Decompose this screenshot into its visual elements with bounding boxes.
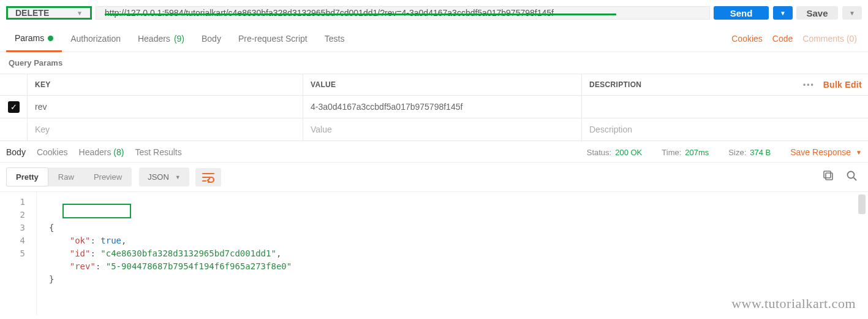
tab-params[interactable]: Params (6, 26, 62, 52)
save-response-button[interactable]: Save Response ▼ (790, 147, 862, 157)
cookies-link[interactable]: Cookies (726, 34, 768, 44)
time-meta: Time: 207ms (662, 148, 709, 157)
watermark: www.tutorialkart.com (731, 296, 856, 312)
send-dropdown-button[interactable]: ▼ (773, 6, 793, 20)
active-dot-icon (48, 36, 53, 41)
http-method-value: DELETE (15, 8, 49, 18)
tab-prerequest[interactable]: Pre-request Script (230, 26, 316, 51)
chevron-down-icon: ▼ (77, 10, 83, 17)
tab-body[interactable]: Body (193, 26, 230, 51)
highlight-box (62, 204, 131, 218)
view-pretty-button[interactable]: Pretty (6, 167, 48, 186)
view-raw-button[interactable]: Raw (48, 167, 84, 186)
svg-rect-3 (824, 171, 831, 178)
row-checkbox[interactable]: ✓ (8, 101, 20, 113)
comments-link[interactable]: Comments (0) (798, 34, 862, 44)
param-value-cell[interactable]: 4-3a0d4167a3ccbdf5a017b975798f145f (303, 96, 581, 118)
resp-tab-headers[interactable]: Headers (8) (79, 147, 124, 157)
language-select[interactable]: JSON ▼ (139, 167, 189, 186)
wrap-icon (202, 171, 215, 183)
more-icon[interactable]: ••• (803, 80, 815, 89)
scrollbar[interactable] (858, 194, 866, 214)
response-code-area: 1 2 3 4 5 { "ok": true, "id": "c4e8630bf… (0, 191, 868, 315)
param-key-cell[interactable]: rev (27, 96, 303, 118)
svg-point-4 (848, 172, 855, 179)
chevron-down-icon: ▼ (856, 149, 862, 156)
resp-tab-body[interactable]: Body (6, 147, 26, 157)
table-row-new: Key Value Description (0, 118, 868, 140)
param-key-placeholder[interactable]: Key (27, 118, 303, 140)
param-desc-placeholder[interactable]: Description (581, 118, 868, 140)
table-row: ✓ rev 4-3a0d4167a3ccbdf5a017b975798f145f (0, 96, 868, 118)
bulk-edit-link[interactable]: Bulk Edit (823, 80, 862, 90)
send-button[interactable]: Send (714, 6, 769, 20)
size-meta: Size: 374 B (728, 148, 771, 157)
resp-tab-test-results[interactable]: Test Results (135, 147, 181, 157)
param-value-placeholder[interactable]: Value (303, 118, 581, 140)
view-mode-segment: Pretty Raw Preview (6, 167, 132, 186)
save-dropdown-button[interactable]: ▼ (842, 6, 862, 20)
http-method-select[interactable]: DELETE ▼ (6, 6, 92, 20)
line-gutter: 1 2 3 4 5 (0, 192, 37, 315)
status-meta: Status: 200 OK (587, 148, 643, 157)
col-desc: DESCRIPTION ••• Bulk Edit (581, 74, 868, 95)
code-link[interactable]: Code (768, 34, 798, 44)
tab-headers[interactable]: Headers (9) (129, 26, 193, 51)
params-table: KEY VALUE DESCRIPTION ••• Bulk Edit ✓ re… (0, 74, 868, 141)
url-input[interactable] (105, 8, 701, 18)
wrap-lines-button[interactable] (195, 168, 221, 186)
svg-rect-2 (826, 173, 832, 180)
chevron-down-icon: ▼ (780, 10, 786, 17)
copy-icon[interactable] (818, 167, 839, 186)
tab-authorization[interactable]: Authorization (62, 26, 129, 51)
chevron-down-icon: ▼ (175, 174, 181, 180)
col-value: VALUE (303, 74, 581, 95)
search-icon[interactable] (841, 167, 862, 186)
svg-line-5 (854, 178, 857, 181)
view-preview-button[interactable]: Preview (84, 167, 132, 186)
tab-tests[interactable]: Tests (316, 26, 353, 51)
save-button[interactable]: Save (796, 6, 838, 20)
url-field-wrap (96, 6, 710, 20)
checkbox-col-head (0, 74, 27, 95)
url-highlight (105, 13, 616, 15)
param-desc-cell[interactable] (581, 96, 868, 118)
col-key: KEY (27, 74, 303, 95)
row-checkbox-empty[interactable] (0, 118, 27, 140)
chevron-down-icon: ▼ (849, 10, 855, 17)
query-params-title: Query Params (0, 52, 868, 74)
resp-tab-cookies[interactable]: Cookies (37, 147, 68, 157)
